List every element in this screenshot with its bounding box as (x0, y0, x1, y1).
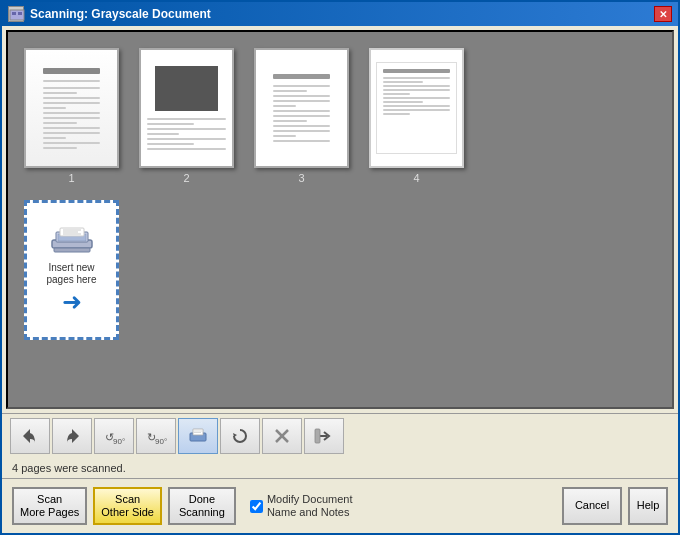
insert-area: Insert new pages here ➜ (24, 200, 656, 340)
svg-rect-10 (54, 248, 90, 252)
status-bar: 4 pages were scanned. (2, 458, 678, 478)
rotate-ccw90-button[interactable]: ↺ 90° (94, 418, 134, 454)
help-button[interactable]: Help (628, 487, 668, 525)
svg-rect-22 (315, 429, 320, 443)
rotate-ccw90-icon: ↺ 90° (103, 425, 125, 447)
rotate-cw90-icon: ↻ 90° (145, 425, 167, 447)
svg-text:90°: 90° (113, 437, 125, 446)
bottom-buttons: Scan More Pages Scan Other Side Done Sca… (2, 478, 678, 533)
svg-rect-2 (18, 12, 22, 15)
rotate-cw90-button[interactable]: ↻ 90° (136, 418, 176, 454)
pages-row: 1 (24, 48, 656, 184)
forward-button[interactable] (52, 418, 92, 454)
delete-icon (271, 425, 293, 447)
list-item: 4 (369, 48, 464, 184)
title-bar: Scanning: Grayscale Document ✕ (2, 2, 678, 26)
page-number: 1 (68, 172, 74, 184)
arrow-icon: ➜ (62, 290, 82, 314)
window-title: Scanning: Grayscale Document (30, 7, 211, 21)
scan-more-toolbar-button[interactable] (178, 418, 218, 454)
status-text: 4 pages were scanned. (12, 462, 126, 474)
scan-add-icon (187, 425, 209, 447)
done-scanning-button[interactable]: Done Scanning (168, 487, 236, 525)
back-icon (19, 425, 41, 447)
delete-button[interactable] (262, 418, 302, 454)
title-bar-left: Scanning: Grayscale Document (8, 6, 211, 22)
move-right-button[interactable] (304, 418, 344, 454)
modify-document-label: Modify Document Name and Notes (267, 493, 357, 519)
page-number: 3 (298, 172, 304, 184)
svg-rect-16 (193, 429, 203, 435)
scan-other-side-button[interactable]: Scan Other Side (93, 487, 162, 525)
list-item: 2 (139, 48, 234, 184)
svg-rect-1 (12, 12, 16, 15)
back-button[interactable] (10, 418, 50, 454)
insert-text: Insert new pages here (35, 262, 108, 286)
window-icon (8, 6, 24, 22)
list-item: 1 (24, 48, 119, 184)
list-item: 3 (254, 48, 349, 184)
svg-text:90°: 90° (155, 437, 167, 446)
scan-more-button[interactable]: Scan More Pages (12, 487, 87, 525)
rescan-icon (229, 425, 251, 447)
insert-new-pages-box[interactable]: Insert new pages here ➜ (24, 200, 119, 340)
page-thumbnail[interactable] (369, 48, 464, 168)
page-number: 2 (183, 172, 189, 184)
toolbar: ↺ 90° ↻ 90° (2, 413, 678, 458)
page-number: 4 (413, 172, 419, 184)
content-area: 1 (2, 26, 678, 533)
cancel-button[interactable]: Cancel (562, 487, 622, 525)
forward-icon (61, 425, 83, 447)
page-thumbnail[interactable] (24, 48, 119, 168)
main-window: Scanning: Grayscale Document ✕ (0, 0, 680, 535)
page-thumbnail[interactable] (139, 48, 234, 168)
scanner-icon (50, 226, 94, 258)
modify-document-area: Modify Document Name and Notes (250, 493, 556, 519)
move-right-icon (313, 425, 335, 447)
scan-area: 1 (6, 30, 674, 409)
page-thumbnail[interactable] (254, 48, 349, 168)
modify-document-checkbox[interactable] (250, 500, 263, 513)
rescan-button[interactable] (220, 418, 260, 454)
close-button[interactable]: ✕ (654, 6, 672, 22)
